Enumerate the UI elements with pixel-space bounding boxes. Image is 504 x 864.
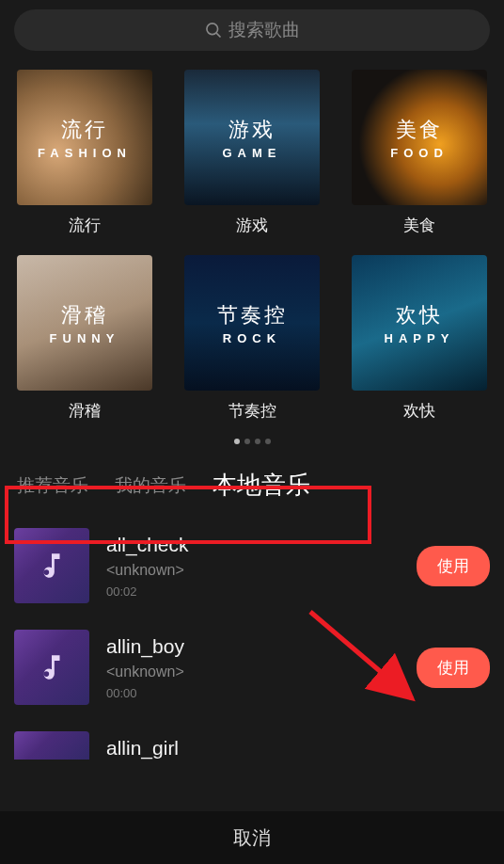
use-button[interactable]: 使用 bbox=[417, 648, 490, 688]
cancel-button[interactable]: 取消 bbox=[0, 811, 504, 864]
category-item-fashion[interactable]: 流行 FASHION 流行 bbox=[14, 70, 155, 236]
tab-local[interactable]: 本地音乐 bbox=[213, 469, 310, 502]
category-label: 流行 bbox=[69, 215, 101, 236]
list-item[interactable]: all_check <unknown> 00:02 使用 bbox=[14, 515, 490, 616]
dot-4 bbox=[265, 439, 271, 444]
music-note-icon bbox=[36, 550, 68, 582]
song-artist: <unknown> bbox=[106, 664, 400, 680]
category-thumb: 节奏控 ROCK bbox=[184, 255, 320, 391]
category-label: 滑稽 bbox=[69, 400, 101, 422]
list-item[interactable]: allin_boy <unknown> 00:00 使用 bbox=[14, 616, 490, 718]
song-artist: <unknown> bbox=[106, 562, 400, 579]
category-label: 游戏 bbox=[236, 215, 268, 236]
song-meta: all_check <unknown> 00:02 bbox=[106, 534, 400, 599]
song-duration: 00:00 bbox=[106, 686, 400, 700]
album-art bbox=[14, 731, 89, 760]
category-item-happy[interactable]: 欢快 HAPPY 欢快 bbox=[349, 255, 490, 422]
search-input[interactable]: 搜索歌曲 bbox=[14, 9, 490, 51]
category-thumb: 流行 FASHION bbox=[17, 70, 152, 205]
category-grid: 流行 FASHION 流行 游戏 GAME 游戏 美食 FOOD 美食 滑稽 F… bbox=[0, 70, 504, 422]
dot-1 bbox=[234, 439, 240, 444]
music-tabs: 推荐音乐 我的音乐 本地音乐 bbox=[0, 456, 504, 515]
search-placeholder: 搜索歌曲 bbox=[228, 18, 300, 42]
song-duration: 00:02 bbox=[106, 584, 400, 599]
tab-mine[interactable]: 我的音乐 bbox=[115, 473, 186, 498]
album-art bbox=[14, 528, 89, 603]
category-thumb: 美食 FOOD bbox=[352, 70, 487, 205]
dot-3 bbox=[255, 439, 260, 444]
svg-point-0 bbox=[207, 24, 218, 35]
song-meta: allin_boy <unknown> 00:00 bbox=[106, 635, 400, 700]
use-button[interactable]: 使用 bbox=[417, 546, 490, 586]
song-title: allin_girl bbox=[106, 737, 490, 760]
category-label: 欢快 bbox=[403, 400, 435, 422]
music-note-icon bbox=[36, 651, 68, 683]
category-item-rock[interactable]: 节奏控 ROCK 节奏控 bbox=[181, 255, 323, 422]
dot-2 bbox=[244, 439, 250, 444]
song-title: allin_boy bbox=[106, 635, 400, 658]
page-indicator bbox=[0, 439, 504, 444]
search-icon bbox=[204, 21, 223, 40]
category-item-funny[interactable]: 滑稽 FUNNY 滑稽 bbox=[14, 255, 155, 422]
category-thumb: 欢快 HAPPY bbox=[352, 255, 487, 391]
category-label: 节奏控 bbox=[228, 400, 276, 422]
song-meta: allin_girl bbox=[106, 737, 490, 760]
album-art bbox=[14, 630, 89, 705]
list-item[interactable]: allin_girl bbox=[14, 718, 490, 760]
category-item-food[interactable]: 美食 FOOD 美食 bbox=[349, 70, 490, 236]
song-title: all_check bbox=[106, 534, 400, 556]
song-list: all_check <unknown> 00:02 使用 allin_boy <… bbox=[0, 515, 504, 760]
svg-line-1 bbox=[216, 33, 220, 37]
category-thumb: 游戏 GAME bbox=[184, 70, 320, 205]
category-item-game[interactable]: 游戏 GAME 游戏 bbox=[181, 70, 323, 236]
category-thumb: 滑稽 FUNNY bbox=[17, 255, 152, 391]
tab-recommend[interactable]: 推荐音乐 bbox=[17, 473, 88, 498]
category-label: 美食 bbox=[403, 215, 435, 236]
